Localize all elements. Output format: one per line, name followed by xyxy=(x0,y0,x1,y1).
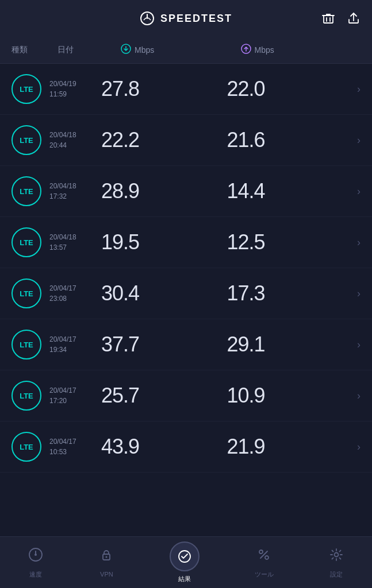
chevron-right-icon: › xyxy=(357,441,361,453)
result-down-speed: 25.7 xyxy=(101,384,227,408)
lte-badge: LTE xyxy=(11,330,41,359)
result-up-speed: 21.9 xyxy=(227,435,353,459)
result-row[interactable]: LTE 20/04/1817:32 28.9 14.4 › xyxy=(0,166,372,217)
svg-point-7 xyxy=(34,554,37,556)
result-row[interactable]: LTE 20/04/1813:57 19.5 12.5 › xyxy=(0,217,372,268)
header-title: SPEEDTEST xyxy=(140,11,232,26)
header: SPEEDTEST xyxy=(0,0,372,37)
chevron-right-icon: › xyxy=(357,134,361,146)
lte-badge: LTE xyxy=(11,381,41,411)
vpn-icon xyxy=(98,547,114,567)
settings-icon xyxy=(328,547,344,567)
col-date-header: 日付 xyxy=(57,45,121,55)
nav-speed[interactable]: 速度 xyxy=(18,542,53,583)
svg-point-12 xyxy=(259,550,263,554)
result-down-speed: 19.5 xyxy=(101,230,227,254)
chevron-right-icon: › xyxy=(357,390,361,402)
result-down-speed: 22.2 xyxy=(101,128,227,152)
results-icon-circle xyxy=(170,541,200,571)
result-down-speed: 37.7 xyxy=(101,332,227,357)
svg-point-14 xyxy=(335,552,339,556)
svg-point-13 xyxy=(265,556,269,559)
result-down-speed: 43.9 xyxy=(101,435,227,459)
result-down-speed: 27.8 xyxy=(101,77,227,101)
result-date: 20/04/1817:32 xyxy=(49,181,101,202)
result-down-speed: 28.9 xyxy=(101,179,227,203)
result-date: 20/04/1710:53 xyxy=(49,436,101,457)
svg-line-11 xyxy=(260,551,267,558)
chevron-right-icon: › xyxy=(357,237,361,249)
share-button[interactable] xyxy=(347,11,361,25)
nav-settings[interactable]: 設定 xyxy=(319,542,354,583)
chevron-right-icon: › xyxy=(357,83,361,95)
result-date: 20/04/1813:57 xyxy=(49,232,101,253)
vpn-label: VPN xyxy=(100,571,113,578)
lte-badge: LTE xyxy=(11,432,41,462)
result-date: 20/04/1723:08 xyxy=(49,283,101,304)
chevron-right-icon: › xyxy=(357,185,361,198)
col-type-header: 種類 xyxy=(11,45,57,55)
header-actions xyxy=(321,11,361,25)
result-up-speed: 12.5 xyxy=(227,230,353,254)
bottom-nav: 速度 VPN 結果 ツール xyxy=(0,536,372,588)
lte-badge: LTE xyxy=(11,227,41,257)
speedtest-icon xyxy=(140,11,155,26)
svg-point-9 xyxy=(106,556,108,558)
result-row[interactable]: LTE 20/04/1719:34 37.7 29.1 › xyxy=(0,319,372,370)
result-date: 20/04/1717:20 xyxy=(49,385,101,406)
download-icon xyxy=(121,44,131,56)
result-up-speed: 21.6 xyxy=(227,128,353,152)
result-down-speed: 30.4 xyxy=(101,281,227,305)
svg-rect-1 xyxy=(324,16,333,23)
result-row[interactable]: LTE 20/04/1710:53 43.9 21.9 › xyxy=(0,421,372,473)
result-row[interactable]: LTE 20/04/1717:20 25.7 10.9 › xyxy=(0,370,372,421)
tools-icon xyxy=(256,547,272,567)
result-up-speed: 29.1 xyxy=(227,332,353,357)
column-headers: 種類 日付 Mbps Mbps xyxy=(0,37,372,64)
col-down-header: Mbps xyxy=(121,44,241,56)
lte-badge: LTE xyxy=(11,176,41,206)
speed-label: 速度 xyxy=(29,570,42,579)
app-title: SPEEDTEST xyxy=(160,13,232,25)
result-up-speed: 14.4 xyxy=(227,179,353,203)
speed-icon xyxy=(28,547,44,567)
result-date: 20/04/1911:59 xyxy=(49,79,101,99)
result-row[interactable]: LTE 20/04/1911:59 27.8 22.0 › xyxy=(0,64,372,115)
upload-icon xyxy=(241,44,251,56)
result-row[interactable]: LTE 20/04/1820:44 22.2 21.6 › xyxy=(0,115,372,166)
tools-label: ツール xyxy=(255,570,274,579)
chevron-right-icon: › xyxy=(357,339,361,351)
result-date: 20/04/1719:34 xyxy=(49,334,101,355)
results-label: 結果 xyxy=(178,575,191,583)
chevron-right-icon: › xyxy=(357,288,361,300)
col-up-header: Mbps xyxy=(241,44,361,56)
result-up-speed: 10.9 xyxy=(227,384,353,408)
result-up-speed: 22.0 xyxy=(227,77,353,101)
settings-label: 設定 xyxy=(330,570,343,579)
result-row[interactable]: LTE 20/04/1723:08 30.4 17.3 › xyxy=(0,268,372,319)
lte-badge: LTE xyxy=(11,74,41,104)
result-date: 20/04/1820:44 xyxy=(49,130,101,150)
result-up-speed: 17.3 xyxy=(227,281,353,305)
nav-tools[interactable]: ツール xyxy=(246,542,283,583)
lte-badge: LTE xyxy=(11,278,41,308)
nav-results[interactable]: 結果 xyxy=(160,537,209,588)
nav-vpn[interactable]: VPN xyxy=(89,543,124,582)
lte-badge: LTE xyxy=(11,125,41,155)
delete-button[interactable] xyxy=(321,11,335,25)
results-list: LTE 20/04/1911:59 27.8 22.0 › LTE 20/04/… xyxy=(0,64,372,533)
